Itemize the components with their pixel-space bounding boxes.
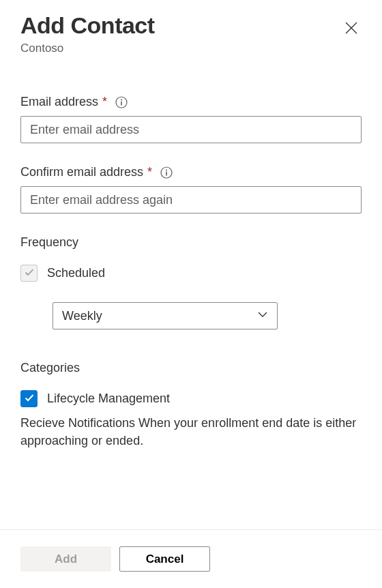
form-content: Email address * Confirm email address * …: [20, 95, 362, 450]
lifecycle-row: Lifecycle Management: [20, 390, 362, 407]
confirm-email-field-group: Confirm email address *: [20, 165, 362, 214]
close-icon: [345, 22, 357, 36]
close-button[interactable]: [341, 18, 362, 40]
confirm-email-label-row: Confirm email address *: [20, 165, 362, 179]
email-label-row: Email address *: [20, 95, 362, 109]
chevron-down-icon: [257, 309, 268, 323]
frequency-select[interactable]: Weekly: [53, 302, 278, 329]
info-icon[interactable]: [115, 96, 128, 108]
panel-header: Add Contact Contoso: [20, 12, 362, 55]
email-label: Email address: [20, 95, 98, 109]
svg-point-4: [166, 169, 167, 171]
panel-footer: Add Cancel: [0, 529, 382, 588]
lifecycle-label: Lifecycle Management: [47, 392, 170, 406]
svg-rect-2: [121, 101, 122, 105]
lifecycle-description: Recieve Notifications When your enrollme…: [20, 414, 362, 450]
check-icon: [24, 267, 35, 280]
page-subtitle: Contoso: [20, 42, 155, 55]
categories-label: Categories: [20, 361, 362, 375]
confirm-email-label: Confirm email address: [20, 165, 143, 179]
scheduled-label: Scheduled: [47, 266, 105, 280]
required-marker: *: [102, 95, 107, 109]
email-field-group: Email address *: [20, 95, 362, 143]
info-icon[interactable]: [160, 166, 173, 179]
scheduled-checkbox: [20, 265, 38, 282]
frequency-section: Frequency Scheduled Weekly: [20, 235, 362, 329]
cancel-button[interactable]: Cancel: [119, 546, 210, 572]
frequency-label: Frequency: [20, 235, 362, 250]
svg-point-1: [121, 99, 122, 100]
frequency-select-wrap: Weekly: [53, 302, 278, 329]
svg-rect-5: [166, 171, 167, 175]
categories-section: Categories Lifecycle Management Recieve …: [20, 361, 362, 450]
add-contact-panel: Add Contact Contoso Email address * Conf…: [0, 0, 382, 588]
confirm-email-input[interactable]: [20, 186, 362, 214]
page-title: Add Contact: [20, 12, 155, 39]
lifecycle-checkbox[interactable]: [20, 390, 38, 407]
check-icon: [24, 392, 35, 406]
required-marker: *: [147, 165, 152, 179]
email-input[interactable]: [20, 116, 362, 143]
add-button[interactable]: Add: [20, 546, 111, 572]
frequency-select-value: Weekly: [62, 309, 102, 323]
scheduled-row: Scheduled: [20, 265, 362, 282]
